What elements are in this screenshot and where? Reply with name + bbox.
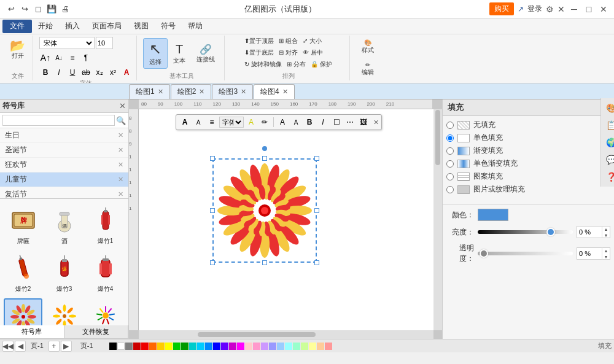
palette-periwinkle[interactable] xyxy=(269,343,276,350)
palette-pink[interactable] xyxy=(245,343,252,350)
handle-bl[interactable] xyxy=(210,260,215,265)
tab-close-4[interactable]: ✕ xyxy=(282,88,288,96)
color-swatch[interactable] xyxy=(478,209,508,221)
print-icon[interactable]: 🖨 xyxy=(59,3,71,15)
superscript-btn[interactable]: x² xyxy=(107,66,119,79)
font-align-btn[interactable]: ≡ xyxy=(66,52,79,64)
text-toolbar-close[interactable]: ✕ xyxy=(373,118,379,126)
text-tb-more[interactable]: ⋯ xyxy=(344,116,356,128)
share-button[interactable]: ↗ xyxy=(518,5,524,14)
size-btn[interactable]: ⤢ 大小 xyxy=(301,36,324,47)
ribbon-open-btn[interactable]: 📂 打开 xyxy=(7,36,28,63)
subscript-btn[interactable]: x₂ xyxy=(93,66,106,79)
symbol-item-yanhua2[interactable]: 烟花2 xyxy=(45,298,84,325)
sidebar-close-icon[interactable]: ✕ xyxy=(119,101,126,110)
tab-drawing1[interactable]: 绘图1 ✕ xyxy=(129,84,170,99)
symbol-item-baozhu2[interactable]: 爆竹2 xyxy=(4,250,42,296)
sidebar-item-close-2[interactable]: ✕ xyxy=(118,161,123,169)
fill-radio-solid[interactable] xyxy=(446,134,454,142)
transparency-slider-thumb[interactable] xyxy=(480,249,488,258)
palette-red[interactable] xyxy=(141,343,149,350)
new-icon[interactable]: ◻ xyxy=(32,3,44,15)
palette-rose[interactable] xyxy=(253,343,260,350)
symbol-item-yanhua3[interactable]: 烟花3 xyxy=(86,298,125,325)
palette-lightyellow[interactable] xyxy=(309,343,316,350)
palette-teal[interactable] xyxy=(189,343,196,350)
handle-rotate[interactable] xyxy=(262,146,267,151)
send-to-back-btn[interactable]: ⬇置于底层 xyxy=(243,47,276,58)
fill-radio-texture[interactable] xyxy=(446,186,454,193)
rp-icon-4[interactable]: 💬 xyxy=(604,152,614,167)
handle-bc[interactable] xyxy=(262,260,267,265)
menu-help[interactable]: 帮助 xyxy=(182,20,209,33)
symbol-item-paibian[interactable]: 牌 牌匾 xyxy=(4,203,42,248)
text-tb-box[interactable]: ☐ xyxy=(330,116,343,128)
scroll-thumb-h[interactable] xyxy=(198,332,316,337)
palette-mint[interactable] xyxy=(293,343,300,350)
page-first-btn[interactable]: ◀◀ xyxy=(2,341,14,352)
edit-button[interactable]: ✏ 编辑 xyxy=(355,59,381,80)
transparency-up[interactable]: ▲ xyxy=(602,247,610,254)
font-smaller-btn[interactable]: A↓ xyxy=(53,52,65,64)
handle-tl[interactable] xyxy=(210,156,215,161)
scrollbar-vertical[interactable] xyxy=(433,109,442,330)
tab-close-2[interactable]: ✕ xyxy=(199,88,204,96)
close-button[interactable]: ✕ xyxy=(598,4,609,15)
sidebar-item-close-3[interactable]: ✕ xyxy=(118,176,123,184)
transparency-down[interactable]: ▼ xyxy=(602,254,610,260)
text-tb-A3[interactable]: A xyxy=(290,116,302,128)
sidebar-item-birthday[interactable]: 生日 ✕ xyxy=(0,128,128,143)
palette-gold[interactable] xyxy=(157,343,165,350)
palette-aqua[interactable] xyxy=(285,343,292,350)
rp-icon-3[interactable]: 🌍 xyxy=(604,135,614,150)
font-special-btn[interactable]: ¶ xyxy=(80,52,92,64)
palette-gray[interactable] xyxy=(125,343,133,350)
sidebar-tab-symbols[interactable]: 符号库 xyxy=(0,325,64,338)
palette-black[interactable] xyxy=(109,343,117,350)
italic-button[interactable]: I xyxy=(53,66,65,79)
align-btn[interactable]: ⊟ 对齐 xyxy=(277,47,300,58)
fill-radio-pattern[interactable] xyxy=(446,173,454,180)
font-color-btn[interactable]: A xyxy=(120,66,133,79)
distribute-btn[interactable]: ⊞ 分布 xyxy=(285,59,308,70)
handle-tc[interactable] xyxy=(262,156,267,161)
canvas-content[interactable]: A A ≡ 字体 A ✏ A A B I ☐ ⋯ 🖼 ✕ xyxy=(139,109,433,330)
palette-blue[interactable] xyxy=(213,343,220,350)
sidebar-tab-recovery[interactable]: 文件恢复 xyxy=(64,325,129,338)
tab-drawing3[interactable]: 绘图3 ✕ xyxy=(212,84,253,99)
palette-salmon[interactable] xyxy=(325,343,332,350)
brightness-slider-thumb[interactable] xyxy=(546,228,555,236)
palette-lime[interactable] xyxy=(301,343,308,350)
scrollbar-horizontal[interactable] xyxy=(139,330,433,339)
protect-btn[interactable]: 🔒 保护 xyxy=(309,59,334,70)
palette-indigo[interactable] xyxy=(221,343,228,350)
maximize-button[interactable]: □ xyxy=(583,4,594,15)
menu-view[interactable]: 视图 xyxy=(128,20,155,33)
text-tool-btn[interactable]: T 文本 xyxy=(168,38,190,69)
group-btn[interactable]: ⊞ 组合 xyxy=(277,36,300,47)
settings-icon[interactable]: ⚙ xyxy=(546,4,554,14)
bold-button[interactable]: B xyxy=(39,66,52,79)
symbol-item-jiu[interactable]: 酒 酒 xyxy=(45,203,84,248)
selected-shape-container[interactable] xyxy=(212,158,317,263)
brightness-down[interactable]: ▼ xyxy=(602,232,610,238)
fill-radio-solid-gradient[interactable] xyxy=(446,160,454,168)
palette-darkgreen[interactable] xyxy=(181,343,188,350)
sidebar-item-christmas[interactable]: 圣诞节 ✕ xyxy=(0,143,128,158)
symbol-item-baozhu3[interactable]: 爆 爆竹3 xyxy=(45,250,84,296)
handle-mr[interactable] xyxy=(314,208,319,213)
menu-file[interactable]: 文件 xyxy=(2,20,32,33)
palette-white[interactable] xyxy=(117,343,125,350)
font-size-input[interactable] xyxy=(96,37,113,49)
text-tb-color[interactable]: A xyxy=(245,116,257,128)
minimize-button[interactable]: ─ xyxy=(569,4,580,15)
brightness-up[interactable]: ▲ xyxy=(602,226,610,232)
page-prev-btn[interactable]: ◀ xyxy=(15,341,26,352)
palette-yellow[interactable] xyxy=(165,343,173,350)
brightness-slider-track[interactable] xyxy=(478,230,573,234)
sidebar-search-icon[interactable]: 🔍 xyxy=(116,116,126,125)
text-tb-align[interactable]: ≡ xyxy=(206,116,218,128)
palette-purple[interactable] xyxy=(229,343,236,350)
text-tb-italic[interactable]: I xyxy=(317,116,329,128)
fill-radio-gradient[interactable] xyxy=(446,147,454,155)
